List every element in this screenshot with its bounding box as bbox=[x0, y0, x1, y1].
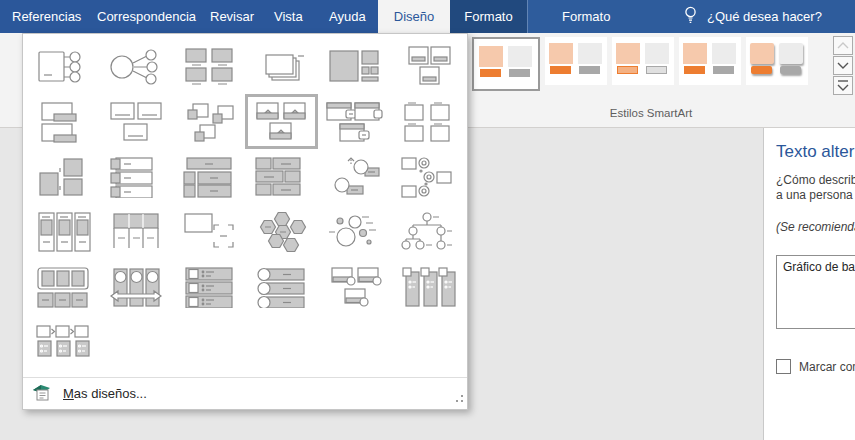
smartart-layout-option[interactable] bbox=[27, 94, 100, 149]
more-layouts-link[interactable]: Mas diseños... bbox=[63, 386, 147, 401]
smartart-layout-option[interactable] bbox=[27, 39, 100, 94]
smartart-layout-option[interactable] bbox=[100, 39, 173, 94]
smartart-layout-option[interactable] bbox=[318, 204, 391, 259]
tab-formato-2[interactable]: Formato bbox=[562, 0, 610, 33]
alt-text-pane: Texto alternativo ¿Cómo describiría este… bbox=[763, 128, 855, 440]
pane-title: Texto alternativo bbox=[776, 142, 855, 162]
tab-correspondencia[interactable]: Correspondencia bbox=[97, 0, 196, 33]
smartart-layout-option[interactable] bbox=[245, 259, 318, 314]
gallery-scroll-buttons bbox=[833, 36, 853, 95]
smartart-layout-option[interactable] bbox=[100, 149, 173, 204]
gallery-scroll-up-button[interactable] bbox=[833, 36, 853, 55]
description-line-1: ¿Cómo describiría este objeto y su conte… bbox=[776, 173, 855, 188]
smartart-layout-option[interactable] bbox=[100, 204, 173, 259]
smartart-layout-option[interactable] bbox=[172, 149, 245, 204]
smartart-style-option[interactable] bbox=[746, 37, 808, 85]
smartart-layout-option[interactable] bbox=[390, 39, 463, 94]
decorative-checkbox[interactable] bbox=[776, 359, 791, 374]
smartart-layout-option[interactable] bbox=[390, 259, 463, 314]
tab-revisar[interactable]: Revisar bbox=[210, 0, 254, 33]
ribbon-tab-bar: Referencias Correspondencia Revisar Vist… bbox=[0, 0, 855, 33]
smartart-layout-option-selected[interactable] bbox=[245, 94, 318, 149]
smartart-layout-option[interactable] bbox=[172, 94, 245, 149]
smartart-layout-option[interactable] bbox=[318, 39, 391, 94]
smartart-layout-option[interactable] bbox=[245, 204, 318, 259]
smartart-layout-option[interactable] bbox=[27, 204, 100, 259]
smartart-layouts-dropdown: Mas diseños... bbox=[22, 33, 468, 410]
smartart-layout-option[interactable] bbox=[390, 149, 463, 204]
alt-text-input[interactable]: Gráfico de barras bbox=[776, 255, 855, 329]
decorative-checkbox-label: Marcar como decorativo bbox=[799, 360, 855, 374]
smartart-layout-option[interactable] bbox=[172, 204, 245, 259]
styles-group-label: Estilos SmartArt bbox=[472, 107, 830, 119]
smartart-layout-option[interactable] bbox=[390, 94, 463, 149]
smartart-layout-option[interactable] bbox=[172, 39, 245, 94]
smartart-layout-option[interactable] bbox=[390, 204, 463, 259]
smartart-layout-option[interactable] bbox=[100, 259, 173, 314]
smartart-layout-option[interactable] bbox=[318, 94, 391, 149]
pane-hint: (Se recomiendan de 1 a 2 frases detallad… bbox=[776, 220, 855, 234]
smartart-layout-option[interactable] bbox=[27, 314, 100, 369]
tell-me-label: ¿Qué desea hacer? bbox=[707, 9, 822, 24]
smartart-style-option[interactable] bbox=[612, 37, 674, 85]
tab-diseno-active[interactable]: Diseño bbox=[378, 0, 450, 33]
style-selected-frame bbox=[472, 37, 540, 91]
smartart-layout-option[interactable] bbox=[318, 149, 391, 204]
tab-formato-1[interactable]: Formato bbox=[450, 0, 527, 33]
tab-referencias[interactable]: Referencias bbox=[12, 0, 81, 33]
smartart-layout-option[interactable] bbox=[172, 259, 245, 314]
smartart-layout-option[interactable] bbox=[27, 259, 100, 314]
gallery-more-button[interactable] bbox=[833, 76, 853, 95]
smartart-layout-option[interactable] bbox=[27, 149, 100, 204]
resize-grip[interactable] bbox=[456, 391, 464, 406]
smartart-layout-option[interactable] bbox=[100, 94, 173, 149]
more-layouts-icon bbox=[32, 384, 51, 404]
smartart-style-option[interactable] bbox=[475, 40, 537, 88]
smartart-style-option[interactable] bbox=[679, 37, 741, 85]
smartart-layout-option[interactable] bbox=[245, 149, 318, 204]
tab-ayuda[interactable]: Ayuda bbox=[329, 0, 366, 33]
tell-me-search[interactable]: ¿Qué desea hacer? bbox=[683, 0, 822, 33]
gallery-scroll-down-button[interactable] bbox=[833, 56, 853, 75]
layouts-grid bbox=[23, 34, 467, 369]
pane-description: ¿Cómo describiría este objeto y su conte… bbox=[776, 173, 855, 203]
gallery-footer: Mas diseños... bbox=[23, 377, 467, 409]
description-line-2: a una persona ciega? bbox=[776, 188, 855, 203]
lightbulb-icon bbox=[683, 5, 698, 28]
smartart-layout-option[interactable] bbox=[245, 39, 318, 94]
smartart-styles-gallery bbox=[472, 37, 808, 91]
tab-vista[interactable]: Vista bbox=[274, 0, 303, 33]
smartart-style-option[interactable] bbox=[545, 37, 607, 85]
smartart-layout-option[interactable] bbox=[318, 259, 391, 314]
